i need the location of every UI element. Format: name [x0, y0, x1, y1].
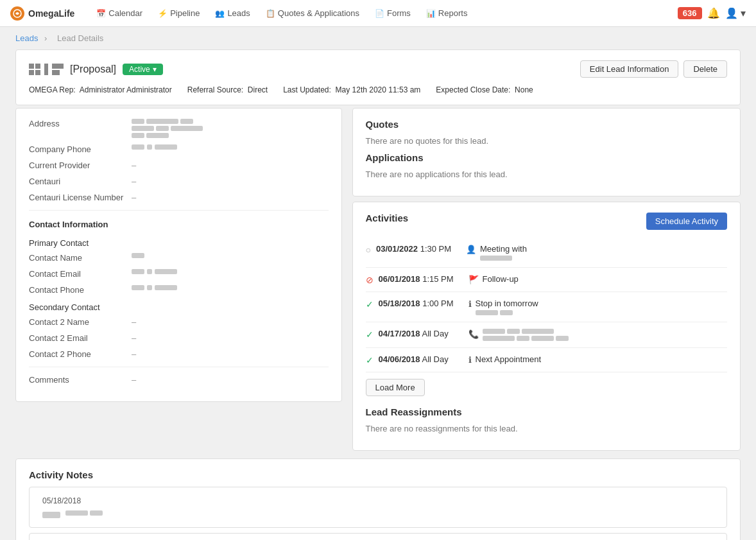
pipeline-icon: ⚡	[158, 9, 168, 18]
activity-date: 05/18/2018 1:00 PM	[379, 299, 468, 308]
activity-text: Stop in tomorrow	[476, 299, 538, 308]
activity-row: ○ 03/01/2022 1:30 PM 👤 Meeting with	[366, 238, 728, 268]
activity-row: ✓ 04/06/2018 All Day ℹ Next Appointment	[366, 348, 728, 372]
address-field: Address	[29, 119, 329, 138]
nav-forms[interactable]: 📄Forms	[368, 4, 417, 22]
comments-field: Comments –	[29, 375, 329, 385]
activity-status-icon: ○	[366, 245, 371, 255]
leads-icon: 👥	[215, 9, 225, 18]
activity-status-icon: ✓	[366, 355, 374, 365]
user-menu[interactable]: 👤 ▾	[725, 7, 746, 19]
secondary-contact-label: Secondary Contact	[29, 302, 329, 312]
brand-logo[interactable]: OmegaLife	[10, 6, 74, 21]
brand-name: OmegaLife	[28, 8, 74, 19]
centauri-license-field: Centauri License Number –	[29, 193, 329, 202]
activity-notes-section: Activity Notes 05/18/2018 04/17/2018	[15, 458, 741, 540]
contact2-email-field: Contact 2 Email –	[29, 333, 329, 343]
quotes-title: Quotes	[366, 119, 728, 130]
contact-name-value	[132, 253, 329, 258]
activities-section: Activities Schedule Activity ○ 03/01/202…	[352, 202, 741, 451]
quotes-empty: There are no quotes for this lead.	[366, 136, 728, 146]
notification-count[interactable]: 636	[678, 7, 702, 19]
lead-actions: Edit Lead Information Delete	[580, 60, 727, 78]
note-avatar	[42, 512, 60, 518]
nav-pipeline[interactable]: ⚡Pipeline	[151, 4, 206, 22]
forms-icon: 📄	[375, 9, 384, 18]
activity-notes-title: Activity Notes	[29, 469, 727, 480]
activity-info: 👤 Meeting with	[466, 244, 727, 261]
bell-icon[interactable]: 🔔	[707, 7, 720, 19]
activity-status-icon: ✓	[366, 329, 374, 340]
breadcrumb-separator: ›	[44, 33, 47, 43]
breadcrumb: Leads › Lead Details	[0, 27, 756, 49]
activity-status-icon: ⊘	[366, 275, 374, 285]
reassignments-empty: There are no reassignments for this lead…	[366, 424, 728, 433]
breadcrumb-current: Lead Details	[57, 33, 103, 43]
schedule-activity-button[interactable]: Schedule Activity	[646, 213, 727, 230]
lead-name: [Proposal]	[70, 64, 116, 75]
edit-lead-button[interactable]: Edit Lead Information	[580, 60, 679, 78]
load-more-button[interactable]: Load More	[366, 379, 425, 396]
contact-name-field: Contact Name	[29, 253, 329, 263]
note-date: 05/18/2018	[42, 496, 714, 505]
activity-text: Follow-up	[483, 274, 519, 284]
info-icon: ℹ	[468, 299, 472, 309]
applications-empty: There are no applications for this lead.	[366, 170, 728, 179]
contact-email-value	[132, 269, 329, 274]
info-icon: ℹ	[468, 355, 472, 365]
nav-reports[interactable]: 📊Reports	[420, 4, 474, 22]
contact-info-title: Contact Information	[29, 220, 329, 229]
lead-title-row: [Proposal] Active ▾ Edit Lead Informatio…	[29, 60, 727, 78]
delete-button[interactable]: Delete	[683, 60, 727, 78]
chevron-down-icon: ▾	[153, 65, 157, 74]
activity-row: ✓ 05/18/2018 1:00 PM ℹ Stop in tomorrow	[366, 292, 728, 322]
status-badge[interactable]: Active ▾	[123, 64, 163, 75]
nav-leads[interactable]: 👥Leads	[209, 4, 256, 22]
note-card: 04/17/2018 I called on your cell today b…	[29, 533, 727, 540]
contact-email-field: Contact Email	[29, 269, 329, 279]
brand-icon	[10, 6, 24, 21]
contact-phone-value	[132, 285, 329, 290]
quotes-section: Quotes There are no quotes for this lead…	[352, 108, 741, 196]
activities-header: Activities Schedule Activity	[366, 213, 728, 230]
last-updated: Last Updated: May 12th 2020 11:53 am	[283, 85, 420, 94]
contact2-name-field: Contact 2 Name –	[29, 317, 329, 327]
main-content: [Proposal] Active ▾ Edit Lead Informatio…	[0, 49, 756, 540]
navbar-right: 636 🔔 👤 ▾	[678, 7, 746, 19]
quotes-icon: 📋	[266, 9, 275, 18]
company-phone-value	[132, 144, 329, 150]
reassignments-section: Lead Reassignments There are no reassign…	[366, 406, 728, 433]
activity-info: 📞	[468, 329, 728, 341]
right-column: Quotes There are no quotes for this lead…	[352, 108, 741, 456]
lead-header-card: [Proposal] Active ▾ Edit Lead Informatio…	[15, 49, 741, 105]
flag-icon: 🚩	[468, 275, 479, 284]
activity-info: 🚩 Follow-up	[468, 274, 728, 284]
centauri-field: Centauri –	[29, 177, 329, 186]
activity-info: ℹ Stop in tomorrow	[468, 299, 728, 315]
activity-date: 04/06/2018 All Day	[379, 354, 468, 364]
activity-status-icon: ✓	[366, 299, 374, 309]
nav-calendar[interactable]: 📅Calendar	[90, 4, 149, 22]
address-value	[132, 119, 329, 138]
activity-date: 06/01/2018 1:15 PM	[379, 274, 468, 284]
navbar: OmegaLife 📅Calendar ⚡Pipeline 👥Leads 📋Qu…	[0, 0, 756, 27]
lead-title-left: [Proposal] Active ▾	[29, 64, 163, 75]
primary-contact-label: Primary Contact	[29, 238, 329, 248]
company-phone-field: Company Phone	[29, 144, 329, 154]
activity-row: ⊘ 06/01/2018 1:15 PM 🚩 Follow-up	[366, 268, 728, 292]
nav-items: 📅Calendar ⚡Pipeline 👥Leads 📋Quotes & App…	[90, 4, 677, 22]
contact2-phone-field: Contact 2 Phone –	[29, 349, 329, 359]
people-icon: 👤	[466, 245, 476, 254]
activity-info: ℹ Next Appointment	[468, 354, 728, 365]
activity-date: 04/17/2018 All Day	[379, 329, 468, 338]
calendar-icon: 📅	[96, 9, 106, 18]
referral-source: Referral Source: Direct	[187, 85, 268, 94]
reassignments-title: Lead Reassignments	[366, 406, 728, 417]
nav-quotes[interactable]: 📋Quotes & Applications	[259, 4, 366, 22]
left-column: Address	[15, 108, 342, 456]
note-content	[42, 510, 714, 518]
breadcrumb-parent[interactable]: Leads	[15, 33, 38, 43]
reports-icon: 📊	[426, 9, 436, 18]
activity-row: ✓ 04/17/2018 All Day 📞	[366, 322, 728, 348]
omega-rep-label: OMEGA Rep: Administrator Administrator	[29, 85, 172, 94]
